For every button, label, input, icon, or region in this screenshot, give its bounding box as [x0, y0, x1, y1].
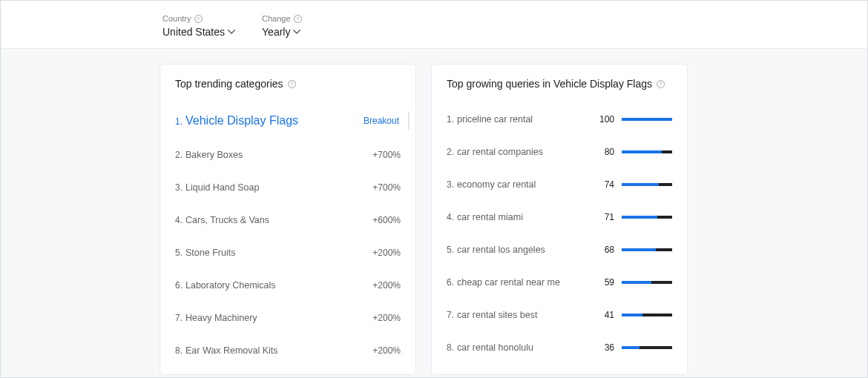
query-rank: 4.	[447, 212, 454, 222]
query-score: 59	[594, 277, 614, 288]
change-label-text: Change	[262, 14, 291, 23]
query-left: 8.car rental honolulu	[447, 342, 594, 353]
row-change: +200%	[372, 280, 401, 291]
query-left: 2.car rental companies	[447, 147, 594, 157]
category-row[interactable]: 4.Cars, Trucks & Vans+600%	[175, 204, 401, 236]
query-row[interactable]: 7.car rental sites best41	[447, 299, 672, 331]
category-row[interactable]: 5.Stone Fruits+200%	[175, 236, 401, 269]
query-row[interactable]: 8.car rental honolulu36	[447, 331, 672, 364]
score-bar	[622, 216, 672, 219]
score-bar-fill	[622, 248, 656, 251]
category-row[interactable]: 6.Laboratory Chemicals+200%	[175, 269, 401, 302]
row-rank: 7.	[175, 313, 183, 323]
query-name: car rental companies	[457, 147, 543, 157]
row-right: +200%	[372, 313, 401, 323]
card-title-text: Top trending categories	[175, 78, 283, 90]
row-change: +200%	[372, 345, 401, 356]
category-row[interactable]: 1.Vehicle Display FlagsBreakout	[175, 103, 401, 139]
card-title: Top trending categories ?	[175, 78, 401, 90]
query-rank: 3.	[447, 179, 454, 190]
score-bar	[622, 346, 672, 349]
help-icon[interactable]: ?	[657, 80, 665, 88]
row-left: 1.Vehicle Display Flags	[175, 114, 298, 127]
category-row[interactable]: 2.Bakery Boxes+700%	[175, 139, 401, 171]
query-left: 1.priceline car rental	[447, 114, 594, 125]
row-right: +700%	[372, 182, 401, 193]
row-right: Breakout	[364, 112, 401, 130]
row-change: +200%	[372, 248, 401, 258]
query-score: 80	[594, 147, 614, 157]
row-change: Breakout	[364, 116, 399, 126]
growing-queries-card: Top growing queries in Vehicle Display F…	[431, 64, 688, 375]
trending-categories-card: Top trending categories ? 1.Vehicle Disp…	[160, 64, 416, 375]
category-row[interactable]: 3.Liquid Hand Soap+700%	[175, 171, 401, 204]
query-name: car rental los angeles	[457, 245, 545, 255]
query-score: 100	[594, 114, 614, 125]
score-bar-fill	[622, 281, 651, 284]
row-name: Ear Wax Removal Kits	[185, 345, 278, 356]
score-bar	[622, 183, 672, 186]
row-name: Vehicle Display Flags	[185, 114, 298, 127]
country-selector[interactable]: United States	[162, 26, 235, 38]
query-left: 5.car rental los angeles	[447, 245, 594, 255]
row-right: +200%	[372, 248, 401, 258]
row-change: +200%	[372, 313, 401, 323]
row-name: Heavy Machinery	[185, 313, 257, 323]
row-change: +600%	[372, 215, 401, 225]
query-list: 1.priceline car rental1002.car rental co…	[447, 103, 672, 364]
change-selector[interactable]: Yearly	[262, 26, 302, 38]
row-rank: 2.	[175, 150, 183, 160]
row-change: +700%	[372, 182, 401, 193]
category-row[interactable]: 8.Ear Wax Removal Kits+200%	[175, 334, 401, 367]
row-rank: 5.	[175, 248, 183, 258]
row-left: 4.Cars, Trucks & Vans	[175, 215, 269, 225]
card-title-text: Top growing queries in Vehicle Display F…	[447, 78, 652, 90]
row-left: 7.Heavy Machinery	[175, 313, 257, 323]
score-bar	[622, 118, 672, 121]
row-rank: 3.	[175, 182, 183, 193]
content-area: Top trending categories ? 1.Vehicle Disp…	[1, 49, 867, 375]
query-rank: 5.	[447, 245, 454, 255]
score-bar-fill	[622, 183, 659, 186]
category-list: 1.Vehicle Display FlagsBreakout2.Bakery …	[175, 103, 401, 367]
score-bar	[622, 150, 672, 153]
query-score: 36	[594, 342, 614, 353]
query-name: economy car rental	[457, 179, 536, 190]
query-row[interactable]: 1.priceline car rental100	[447, 103, 672, 136]
row-left: 5.Stone Fruits	[175, 248, 235, 258]
help-icon[interactable]: ?	[288, 80, 296, 88]
query-left: 3.economy car rental	[447, 179, 594, 190]
query-name: cheap car rental near me	[457, 277, 560, 288]
query-rank: 6.	[447, 277, 454, 288]
row-left: 8.Ear Wax Removal Kits	[175, 345, 278, 356]
query-rank: 7.	[447, 310, 454, 320]
score-bar-fill	[622, 118, 672, 121]
help-icon[interactable]: ?	[294, 15, 302, 23]
row-left: 6.Laboratory Chemicals	[175, 280, 276, 291]
query-name: car rental honolulu	[457, 342, 533, 353]
change-label: Change ?	[262, 14, 302, 23]
query-row[interactable]: 4.car rental miami71	[447, 201, 672, 233]
query-score: 41	[594, 310, 614, 320]
query-left: 7.car rental sites best	[447, 310, 594, 320]
score-bar	[622, 281, 672, 284]
score-bar	[622, 314, 672, 316]
query-row[interactable]: 2.car rental companies80	[447, 136, 672, 168]
query-row[interactable]: 5.car rental los angeles68	[447, 233, 672, 266]
row-right: +200%	[372, 345, 401, 356]
help-icon[interactable]: ?	[194, 15, 203, 23]
change-value: Yearly	[262, 26, 290, 38]
category-row[interactable]: 7.Heavy Machinery+200%	[175, 302, 401, 334]
country-filter: Country ? United States	[162, 14, 235, 38]
filter-bar: Country ? United States Change ? Yearly	[1, 1, 867, 49]
query-row[interactable]: 6.cheap car rental near me59	[447, 266, 672, 299]
score-bar-fill	[622, 346, 640, 349]
country-label-text: Country	[162, 14, 191, 23]
score-bar-fill	[622, 150, 662, 153]
row-left: 2.Bakery Boxes	[175, 150, 243, 160]
query-rank: 2.	[447, 147, 454, 157]
row-right: +600%	[372, 215, 401, 225]
query-left: 4.car rental miami	[447, 212, 594, 222]
row-name: Cars, Trucks & Vans	[185, 215, 269, 225]
query-row[interactable]: 3.economy car rental74	[447, 168, 672, 201]
